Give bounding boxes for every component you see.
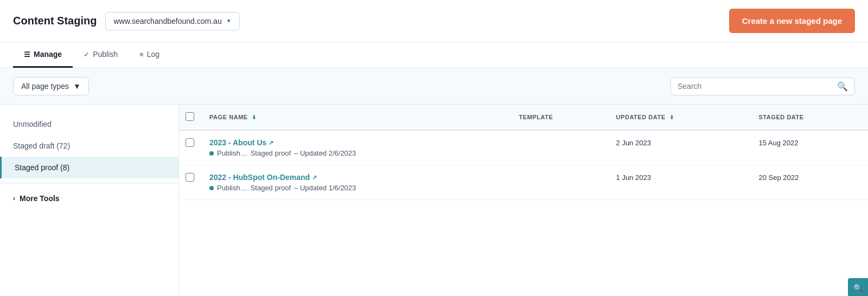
row-2-updated-date-cell: 1 Jun 2023: [608, 165, 750, 200]
main-content: Unmodified Staged draft (72) Staged proo…: [0, 105, 868, 296]
table-row: 2022 - HubSpot On-Demand ↗ Publish… Stag…: [179, 165, 868, 200]
table-row: 2023 - About Us ↗ Publish… Staged proof …: [179, 130, 868, 165]
row-1-updated-date-cell: 2 Jun 2023: [608, 130, 750, 165]
header: Content Staging www.searchandbefound.com…: [0, 0, 868, 42]
row-1-checkbox-cell: [179, 130, 201, 165]
external-link-icon: ↗: [312, 174, 317, 181]
tab-publish[interactable]: ✓ Publish: [73, 42, 129, 68]
toolbar: All page types ▼ 🔍: [0, 68, 868, 105]
search-box: 🔍: [671, 78, 855, 95]
row-1-staged-date-cell: 15 Aug 2022: [750, 130, 868, 165]
status-dot: [209, 186, 214, 190]
manage-icon: ☰: [24, 50, 30, 59]
domain-text: www.searchandbefound.com.au: [113, 17, 221, 25]
row-1-template-cell: [510, 130, 608, 165]
col-updated-date[interactable]: UPDATED DATE ⬇: [608, 105, 750, 130]
row-2-page-name-cell: 2022 - HubSpot On-Demand ↗ Publish… Stag…: [201, 165, 510, 200]
check-icon: ✓: [84, 50, 90, 59]
row-1-page-meta: Publish… Staged proof – Updated 2/6/2023: [209, 149, 502, 157]
sort-active-icon: ⬇: [669, 114, 674, 120]
row-1-page-link[interactable]: 2023 - About Us ↗: [209, 138, 502, 147]
col-staged-date: STAGED DATE: [750, 105, 868, 130]
row-2-page-link[interactable]: 2022 - HubSpot On-Demand ↗: [209, 173, 502, 182]
header-left: Content Staging www.searchandbefound.com…: [13, 12, 240, 30]
search-icon: 🔍: [837, 81, 848, 92]
chevron-down-icon: ▼: [73, 82, 81, 91]
status-dot: [209, 151, 214, 156]
edge-search-button[interactable]: 🔍: [848, 278, 868, 296]
row-2-checkbox[interactable]: [186, 173, 194, 182]
row-1-page-name-cell: 2023 - About Us ↗ Publish… Staged proof …: [201, 130, 510, 165]
tab-manage[interactable]: ☰ Manage: [13, 42, 73, 68]
table-area: PAGE NAME ⬇ TEMPLATE UPDATED DATE ⬇ STAG…: [179, 105, 868, 296]
row-1-checkbox[interactable]: [186, 138, 194, 147]
sidebar: Unmodified Staged draft (72) Staged proo…: [0, 105, 179, 296]
search-input[interactable]: [678, 82, 833, 91]
row-2-checkbox-cell: [179, 165, 201, 200]
chevron-right-icon: ›: [13, 195, 15, 202]
domain-selector[interactable]: www.searchandbefound.com.au ▼: [105, 12, 239, 30]
sort-icon: ⬇: [252, 114, 257, 120]
chevron-down-icon: ▼: [226, 18, 232, 24]
select-all-header: [179, 105, 201, 130]
sidebar-item-unmodified[interactable]: Unmodified: [0, 113, 178, 135]
row-2-page-meta: Publish… Staged proof – Updated 1/6/2023: [209, 184, 502, 192]
col-template: TEMPLATE: [510, 105, 608, 130]
table-header-row: PAGE NAME ⬇ TEMPLATE UPDATED DATE ⬇ STAG…: [179, 105, 868, 130]
create-staged-page-button[interactable]: Create a new staged page: [729, 9, 855, 33]
row-2-template-cell: [510, 165, 608, 200]
select-all-checkbox[interactable]: [186, 112, 194, 121]
row-2-staged-date-cell: 20 Sep 2022: [750, 165, 868, 200]
col-page-name[interactable]: PAGE NAME ⬇: [201, 105, 510, 130]
app-title: Content Staging: [13, 15, 97, 27]
log-icon: ≡: [139, 50, 144, 59]
external-link-icon: ↗: [269, 139, 273, 146]
tab-log[interactable]: ≡ Log: [129, 42, 170, 68]
sidebar-item-more-tools[interactable]: › More Tools: [0, 183, 178, 209]
pages-table: PAGE NAME ⬇ TEMPLATE UPDATED DATE ⬇ STAG…: [179, 105, 868, 200]
page-type-dropdown[interactable]: All page types ▼: [13, 77, 89, 95]
sidebar-item-staged-draft[interactable]: Staged draft (72): [0, 135, 178, 157]
tabs-bar: ☰ Manage ✓ Publish ≡ Log: [0, 42, 868, 68]
sidebar-item-staged-proof[interactable]: Staged proof (8): [0, 157, 178, 178]
